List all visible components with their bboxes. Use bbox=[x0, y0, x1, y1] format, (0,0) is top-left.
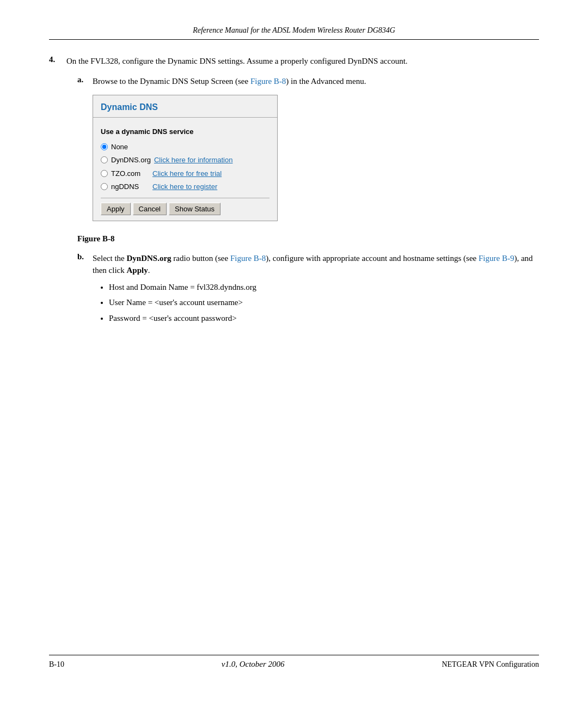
dns-service-label: Use a dynamic DNS service bbox=[101, 126, 270, 137]
apply-button[interactable]: Apply bbox=[101, 203, 131, 215]
step-b-text-mid1: radio button (see bbox=[171, 254, 230, 263]
sub-steps: a. Browse to the Dynamic DNS Setup Scree… bbox=[77, 75, 539, 328]
step-4: 4. On the FVL328, configure the Dynamic … bbox=[49, 55, 539, 68]
page-header: Reference Manual for the ADSL Modem Wire… bbox=[49, 26, 539, 40]
step-b: b. Select the DynDNS.org radio button (s… bbox=[77, 252, 539, 328]
bullet-3: Password = <user's account password> bbox=[109, 312, 539, 325]
footer-title: NETGEAR VPN Configuration bbox=[442, 660, 539, 669]
step-a-label: a. bbox=[77, 75, 87, 226]
step-a: a. Browse to the Dynamic DNS Setup Scree… bbox=[77, 75, 539, 226]
dns-panel: Dynamic DNS Use a dynamic DNS service No… bbox=[93, 95, 278, 221]
dns-option-none-label: None bbox=[111, 142, 149, 153]
ngddns-register-link[interactable]: Click here to register bbox=[152, 181, 217, 192]
dyndns-bold: DynDNS.org bbox=[126, 254, 171, 263]
dns-option-tzo-label: TZO.com bbox=[111, 168, 149, 179]
header-text: Reference Manual for the ADSL Modem Wire… bbox=[193, 26, 395, 35]
step-b-label: b. bbox=[77, 252, 87, 328]
footer-version: v1.0, October 2006 bbox=[64, 660, 442, 669]
step-4-number: 4. bbox=[49, 55, 60, 68]
tzo-free-link[interactable]: Click here for free trial bbox=[152, 168, 222, 179]
step-b-content: Select the DynDNS.org radio button (see … bbox=[93, 252, 539, 328]
page-footer: B-10 v1.0, October 2006 NETGEAR VPN Conf… bbox=[49, 655, 539, 673]
bullet-2: User Name = <user's account username> bbox=[109, 296, 539, 309]
step-4-text: On the FVL328, configure the Dynamic DNS… bbox=[66, 55, 408, 68]
dns-radio-none[interactable] bbox=[101, 143, 108, 150]
bullet-1: Host and Domain Name = fvl328.dyndns.org bbox=[109, 281, 539, 294]
page: Reference Manual for the ADSL Modem Wire… bbox=[0, 0, 588, 706]
bullet-list: Host and Domain Name = fvl328.dyndns.org… bbox=[109, 281, 539, 325]
dns-option-dyndns-label: DynDNS.org bbox=[111, 155, 151, 166]
dns-option-tzo: TZO.com Click here for free trial bbox=[101, 168, 270, 179]
main-content: 4. On the FVL328, configure the Dynamic … bbox=[49, 55, 539, 655]
step-b-text-before: Select the bbox=[93, 254, 126, 263]
dns-panel-title: Dynamic DNS bbox=[93, 95, 277, 118]
apply-bold: Apply bbox=[126, 266, 148, 275]
dns-panel-divider bbox=[101, 198, 270, 198]
dns-buttons: Apply Cancel Show Status bbox=[101, 203, 270, 215]
dns-option-dyndns: DynDNS.org Click here for information bbox=[101, 155, 270, 166]
step-a-content: Browse to the Dynamic DNS Setup Screen (… bbox=[93, 75, 366, 226]
footer-page-num: B-10 bbox=[49, 660, 64, 669]
cancel-button[interactable]: Cancel bbox=[133, 203, 167, 215]
step-b-text-mid2: ), configure with appropriate account an… bbox=[266, 254, 479, 263]
dns-option-ngddns-label: ngDDNS bbox=[111, 181, 149, 192]
dns-radio-dyndns[interactable] bbox=[101, 156, 108, 163]
show-status-button[interactable]: Show Status bbox=[169, 203, 220, 215]
figure-b9-link[interactable]: Figure B-9 bbox=[479, 254, 514, 263]
figure-b8-link-a[interactable]: Figure B-8 bbox=[250, 77, 286, 86]
dns-option-ngddns: ngDDNS Click here to register bbox=[101, 181, 270, 192]
dyndns-info-link[interactable]: Click here for information bbox=[154, 155, 233, 166]
step-a-text-before: Browse to the Dynamic DNS Setup Screen (… bbox=[93, 77, 250, 86]
dns-option-none: None bbox=[101, 142, 270, 153]
dns-radio-ngddns[interactable] bbox=[101, 183, 108, 190]
dns-panel-body: Use a dynamic DNS service None DynDNS.or… bbox=[93, 123, 277, 221]
figure-b8-label: Figure B-8 bbox=[77, 234, 539, 244]
figure-b8-link-b[interactable]: Figure B-8 bbox=[230, 254, 266, 263]
step-b-text-end: . bbox=[148, 266, 150, 275]
step-a-text-after: ) in the Advanced menu. bbox=[286, 77, 366, 86]
dns-radio-tzo[interactable] bbox=[101, 170, 108, 177]
